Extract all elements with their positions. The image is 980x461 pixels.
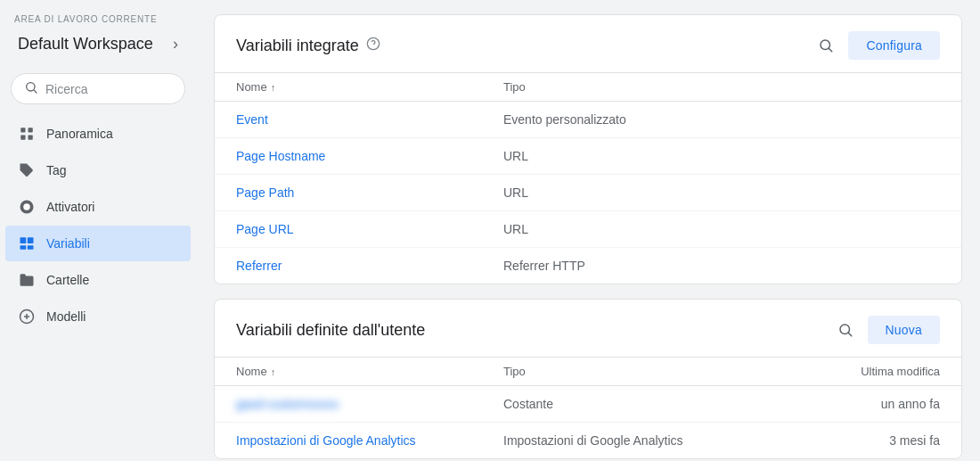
folder-icon bbox=[18, 271, 36, 289]
table-row: Event Evento personalizzato bbox=[215, 102, 961, 138]
variable-link[interactable]: Event bbox=[236, 112, 268, 127]
svg-rect-5 bbox=[29, 136, 33, 140]
section-title-area: Variabili integrate bbox=[236, 37, 380, 55]
col-header-modified: Ultima modifica bbox=[797, 365, 940, 378]
workspace-selector[interactable]: Default Workspace › bbox=[5, 28, 191, 62]
variable-link[interactable]: Page Path bbox=[236, 185, 294, 200]
cell-type: URL bbox=[503, 149, 940, 163]
user-variables-title: Variabili definite dall'utente bbox=[236, 321, 425, 340]
sidebar-item-tag[interactable]: Tag bbox=[5, 152, 191, 188]
svg-line-19 bbox=[829, 48, 832, 51]
sidebar-item-label: Attivatori bbox=[46, 200, 94, 214]
configure-button[interactable]: Configura bbox=[848, 31, 940, 60]
svg-line-1 bbox=[34, 90, 37, 93]
sidebar-item-variabili[interactable]: Variabili bbox=[5, 226, 191, 261]
workspace-name: Default Workspace bbox=[18, 35, 153, 54]
sidebar-item-label: Variabili bbox=[46, 236, 90, 251]
cell-type: URL bbox=[503, 185, 940, 200]
variable-link[interactable]: Referrer bbox=[236, 259, 282, 273]
cell-type: Impostazioni di Google Analytics bbox=[503, 433, 797, 448]
col-header-name: Nome ↑ bbox=[236, 80, 503, 94]
variables-icon bbox=[18, 235, 36, 252]
cell-modified: 3 mesi fa bbox=[797, 433, 940, 448]
sort-arrow-icon: ↑ bbox=[271, 366, 276, 377]
svg-rect-10 bbox=[28, 237, 34, 243]
col-header-name: Nome ↑ bbox=[236, 365, 503, 378]
user-variables-table-header: Nome ↑ Tipo Ultima modifica bbox=[215, 357, 961, 386]
cell-modified: un anno fa bbox=[797, 397, 940, 411]
user-variables-table: Nome ↑ Tipo Ultima modifica gasd-customx… bbox=[215, 357, 961, 458]
built-in-variables-header: Variabili integrate Configura bbox=[215, 15, 961, 72]
built-in-variables-table-header: Nome ↑ Tipo bbox=[215, 72, 961, 102]
tag-icon bbox=[18, 161, 36, 179]
chevron-right-icon: › bbox=[173, 35, 178, 54]
template-icon bbox=[18, 308, 36, 325]
overview-icon bbox=[18, 125, 36, 143]
cell-name: Page URL bbox=[236, 222, 503, 236]
search-bar[interactable] bbox=[11, 73, 185, 104]
section-actions: Configura bbox=[814, 31, 940, 60]
built-in-variables-table: Nome ↑ Tipo Event Evento personalizzato … bbox=[215, 72, 961, 284]
trigger-icon bbox=[18, 198, 36, 216]
sidebar-nav: Panoramica Tag Attivatori Variabili bbox=[0, 115, 196, 335]
variable-link[interactable]: Page URL bbox=[236, 222, 294, 236]
sidebar: AREA DI LAVORO CORRENTE Default Workspac… bbox=[0, 0, 196, 461]
user-section-title-area: Variabili definite dall'utente bbox=[236, 321, 425, 340]
workspace-area-label: AREA DI LAVORO CORRENTE bbox=[0, 0, 196, 28]
sidebar-item-label: Panoramica bbox=[46, 127, 113, 141]
cell-type: URL bbox=[503, 222, 940, 236]
table-row: Page Path URL bbox=[215, 175, 961, 211]
variable-link[interactable]: Page Hostname bbox=[236, 149, 325, 163]
svg-rect-2 bbox=[20, 128, 25, 132]
sidebar-item-label: Tag bbox=[46, 163, 67, 177]
sort-arrow-icon: ↑ bbox=[271, 82, 276, 93]
cell-type: Evento personalizzato bbox=[503, 112, 940, 127]
cell-type: Referrer HTTP bbox=[503, 259, 940, 273]
search-icon bbox=[24, 80, 38, 97]
svg-rect-11 bbox=[20, 245, 27, 250]
search-user-button[interactable] bbox=[834, 318, 857, 342]
user-variables-header: Variabili definite dall'utente Nuova bbox=[215, 300, 961, 357]
svg-point-20 bbox=[840, 325, 850, 334]
built-in-variables-title: Variabili integrate bbox=[236, 37, 359, 55]
table-row: Referrer Referrer HTTP bbox=[215, 248, 961, 284]
table-row: Impostazioni di Google Analytics Imposta… bbox=[215, 423, 961, 458]
svg-line-21 bbox=[848, 333, 851, 335]
user-variables-section: Variabili definite dall'utente Nuova Nom… bbox=[214, 299, 962, 459]
svg-rect-12 bbox=[28, 245, 34, 250]
cell-name: gasd-customxxxxx bbox=[236, 397, 503, 411]
cell-name: Page Hostname bbox=[236, 149, 503, 163]
search-input[interactable] bbox=[45, 82, 172, 96]
cell-type: Costante bbox=[503, 397, 797, 411]
cell-name: Event bbox=[236, 112, 503, 127]
help-icon[interactable] bbox=[366, 37, 380, 54]
col-header-type: Tipo bbox=[503, 80, 940, 94]
main-content: Variabili integrate Configura Nome ↑ bbox=[196, 0, 980, 461]
svg-rect-3 bbox=[29, 128, 33, 132]
cell-name: Impostazioni di Google Analytics bbox=[236, 433, 503, 448]
table-row: Page URL URL bbox=[215, 211, 961, 248]
svg-point-0 bbox=[27, 83, 35, 91]
sidebar-item-cartelle[interactable]: Cartelle bbox=[5, 262, 191, 298]
svg-rect-9 bbox=[20, 237, 27, 243]
blurred-variable-name: gasd-customxxxxx bbox=[236, 397, 339, 411]
col-header-type: Tipo bbox=[503, 365, 797, 378]
sidebar-item-label: Modelli bbox=[46, 309, 86, 324]
user-section-actions: Nuova bbox=[834, 316, 940, 344]
table-row: gasd-customxxxxx Costante un anno fa bbox=[215, 386, 961, 423]
sidebar-item-label: Cartelle bbox=[46, 273, 89, 287]
svg-point-8 bbox=[23, 203, 30, 210]
sidebar-item-modelli[interactable]: Modelli bbox=[5, 299, 191, 334]
new-variable-button[interactable]: Nuova bbox=[868, 316, 940, 344]
search-built-in-button[interactable] bbox=[814, 34, 837, 57]
sidebar-item-attivatori[interactable]: Attivatori bbox=[5, 189, 191, 225]
svg-rect-4 bbox=[20, 136, 25, 140]
svg-point-18 bbox=[821, 40, 830, 50]
table-row: Page Hostname URL bbox=[215, 138, 961, 175]
cell-name: Referrer bbox=[236, 259, 503, 273]
cell-name: Page Path bbox=[236, 185, 503, 200]
built-in-variables-section: Variabili integrate Configura Nome ↑ bbox=[214, 14, 962, 284]
variable-link[interactable]: Impostazioni di Google Analytics bbox=[236, 433, 416, 448]
sidebar-item-panoramica[interactable]: Panoramica bbox=[5, 116, 191, 152]
